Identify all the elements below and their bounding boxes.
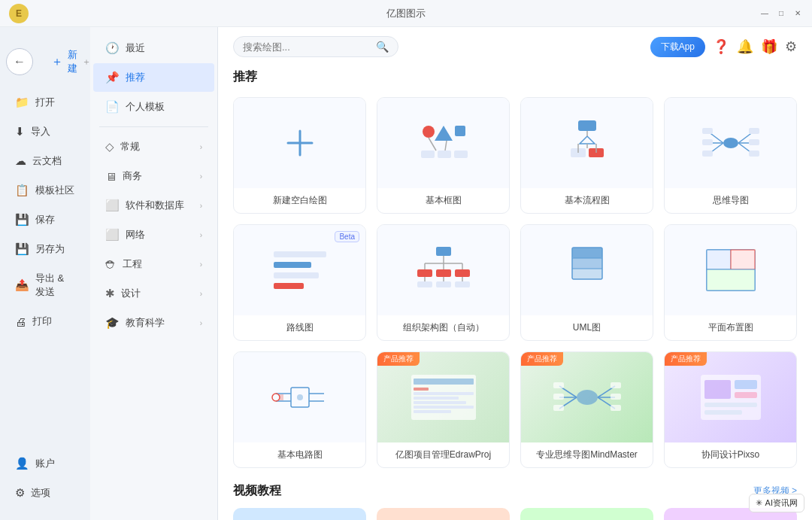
svg-rect-90 xyxy=(704,380,731,399)
template-label-mindmap: 思维导图 xyxy=(665,188,796,213)
sidebar-item-template[interactable]: 📋模板社区 xyxy=(3,176,87,205)
svg-rect-28 xyxy=(749,128,759,134)
template-card-uml[interactable]: UML图 xyxy=(520,224,653,341)
video-grid xyxy=(233,508,797,520)
svg-rect-4 xyxy=(455,126,465,136)
download-app-button[interactable]: 下载App xyxy=(650,37,705,57)
template-card-route[interactable]: Beta路线图 xyxy=(233,224,366,341)
gift-button[interactable]: 🎁 xyxy=(761,38,777,55)
print-label: 打印 xyxy=(32,315,52,328)
svg-point-18 xyxy=(723,138,738,148)
sidebar-items: 📁打开⬇导入☁云文档📋模板社区💾保存💾另存为📤导出 & 发送🖨打印 xyxy=(0,88,90,336)
template-label-route: 路线图 xyxy=(234,315,365,340)
save-icon: 💾 xyxy=(15,213,29,227)
template-card-circuit[interactable]: 基本电路图 xyxy=(233,351,366,468)
mid-nav-cat-education[interactable]: 🎓教育科学› xyxy=(93,309,214,337)
business-arrow-icon: › xyxy=(200,172,202,181)
sidebar-item-print[interactable]: 🖨打印 xyxy=(3,307,87,336)
back-button[interactable]: ← xyxy=(6,48,33,75)
sidebar-item-export[interactable]: 📤导出 & 发送 xyxy=(3,264,87,306)
template-card-new-blank[interactable]: 新建空白绘图 xyxy=(233,97,366,214)
search-input[interactable] xyxy=(243,41,370,53)
template-card-mindmaster[interactable]: 产品推荐专业思维导图MindMaster xyxy=(520,351,653,468)
template-image-new-blank xyxy=(234,98,365,188)
search-box[interactable]: 🔍 xyxy=(233,36,398,57)
sidebar-item-cloud[interactable]: ☁云文档 xyxy=(3,147,87,175)
svg-rect-94 xyxy=(704,410,742,415)
options-label: 选项 xyxy=(31,486,50,500)
export-label: 导出 & 发送 xyxy=(35,272,75,299)
sidebar-item-options[interactable]: ⚙选项 xyxy=(3,479,87,507)
open-label: 打开 xyxy=(35,96,55,109)
svg-rect-86 xyxy=(611,382,621,388)
plus-icon: ＋ xyxy=(51,54,63,70)
template-grid: 新建空白绘图基本框图基本流程图思维导图Beta路线图组织架构图（自动）UML图平… xyxy=(233,97,797,468)
template-card-basic-frame[interactable]: 基本框图 xyxy=(377,97,510,214)
sidebar-bottom-items: 👤账户⚙选项 xyxy=(0,449,90,507)
svg-rect-29 xyxy=(749,139,759,145)
sidebar-item-open[interactable]: 📁打开 xyxy=(3,88,87,117)
mid-nav-item-recent[interactable]: 🕐最近 xyxy=(93,34,214,62)
mid-nav-cat-general[interactable]: ◇常规› xyxy=(93,132,214,161)
maximize-button[interactable]: □ xyxy=(776,8,786,19)
template-card-basic-flow[interactable]: 基本流程图 xyxy=(520,97,653,214)
sidebar-item-save[interactable]: 💾保存 xyxy=(3,205,87,234)
user-avatar[interactable]: E xyxy=(9,4,29,23)
template-label-mindmaster: 专业思维导图MindMaster xyxy=(521,442,653,467)
svg-rect-58 xyxy=(731,250,755,269)
import-icon: ⬇ xyxy=(15,125,25,138)
template-label-edrawproj: 亿图项目管理EdrawProj xyxy=(377,442,509,467)
template-card-mindmap[interactable]: 思维导图 xyxy=(664,97,797,214)
software-label: 软件和数据库 xyxy=(126,199,184,212)
general-icon: ◇ xyxy=(105,140,114,154)
template-icon: 📋 xyxy=(15,184,29,197)
mid-nav-cat-design[interactable]: ✱设计› xyxy=(93,279,214,308)
svg-marker-3 xyxy=(435,126,453,141)
video-card-1[interactable] xyxy=(377,508,510,520)
watermark: ✳ AI资讯网 xyxy=(749,494,804,512)
video-card-2[interactable] xyxy=(520,508,653,520)
template-label-pixso: 协同设计Pixso xyxy=(665,442,796,467)
education-label: 教育科学 xyxy=(126,316,165,330)
svg-rect-71 xyxy=(414,392,474,395)
mid-nav-cat-network[interactable]: ⬜网络› xyxy=(93,220,214,249)
personal-label: 个人模板 xyxy=(126,100,165,114)
svg-point-76 xyxy=(577,390,598,405)
template-label-floor-plan: 平面布置图 xyxy=(665,315,796,340)
svg-line-5 xyxy=(429,138,436,151)
sidebar-item-import[interactable]: ⬇导入 xyxy=(3,117,87,146)
sidebar-item-account[interactable]: 👤账户 xyxy=(3,449,87,478)
template-card-floor-plan[interactable]: 平面布置图 xyxy=(664,224,797,341)
software-arrow-icon: › xyxy=(200,202,202,210)
mid-nav-item-personal[interactable]: 📄个人模板 xyxy=(93,93,214,121)
mid-nav-cat-engineering[interactable]: ⛑工程› xyxy=(93,250,214,278)
app-title: 亿图图示 xyxy=(386,7,426,20)
mid-nav-item-recommended[interactable]: 📌推荐 xyxy=(93,63,214,92)
settings-button[interactable]: ⚙ xyxy=(785,38,797,55)
svg-rect-93 xyxy=(704,403,757,407)
close-button[interactable]: ✕ xyxy=(792,8,803,19)
video-card-0[interactable] xyxy=(233,508,366,520)
template-card-pixso[interactable]: 产品推荐协同设计Pixso xyxy=(664,351,797,468)
sidebar-top-row: ← ＋ 新建 ＋ xyxy=(0,33,90,87)
svg-marker-11 xyxy=(580,136,595,144)
template-label-basic-frame: 基本框图 xyxy=(377,188,509,213)
saveas-icon: 💾 xyxy=(15,242,29,256)
engineering-label: 工程 xyxy=(123,257,142,271)
help-button[interactable]: ❓ xyxy=(713,38,729,55)
minimize-button[interactable]: — xyxy=(759,8,770,19)
bell-button[interactable]: 🔔 xyxy=(737,38,753,55)
svg-rect-35 xyxy=(436,247,451,256)
mid-nav-cat-software[interactable]: ⬜软件和数据库› xyxy=(93,191,214,220)
svg-rect-7 xyxy=(421,151,435,158)
network-icon: ⬜ xyxy=(105,228,120,242)
template-card-edrawproj[interactable]: 产品推荐亿图项目管理EdrawProj xyxy=(377,351,510,468)
mid-nav-cat-business[interactable]: 🖥商务› xyxy=(93,162,214,190)
template-card-org-chart[interactable]: 组织架构图（自动） xyxy=(377,224,510,341)
svg-rect-69 xyxy=(414,379,474,385)
svg-line-6 xyxy=(445,141,447,151)
svg-rect-30 xyxy=(749,151,759,157)
watermark-text: AI资讯网 xyxy=(765,497,798,509)
svg-rect-67 xyxy=(279,394,283,400)
sidebar-item-saveas[interactable]: 💾另存为 xyxy=(3,235,87,263)
